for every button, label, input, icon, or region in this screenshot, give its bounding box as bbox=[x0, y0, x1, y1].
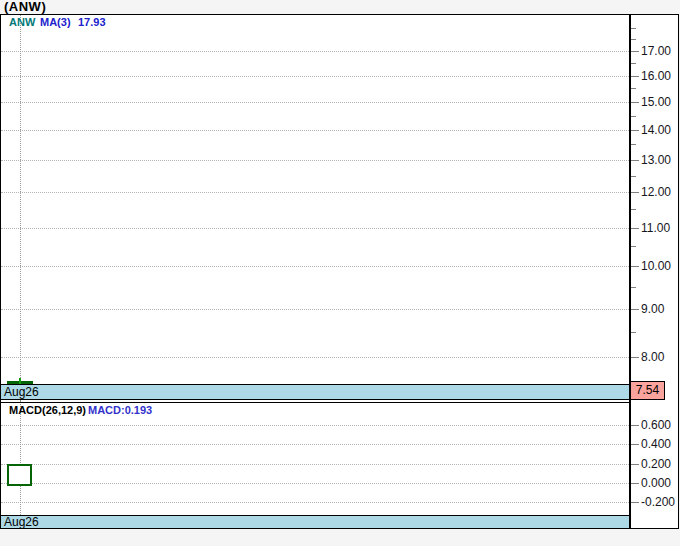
price-axis-minor-tick bbox=[631, 88, 636, 89]
price-axis-minor-tick bbox=[631, 63, 636, 64]
macd-axis-tick bbox=[631, 425, 639, 426]
date-band-macd-label: Aug26 bbox=[4, 515, 39, 529]
price-axis-minor-tick bbox=[631, 116, 636, 117]
price-axis-minor-tick bbox=[631, 246, 636, 247]
macd-axis-tick bbox=[631, 464, 639, 465]
price-axis-minor-tick bbox=[631, 39, 636, 40]
date-band-price-label: Aug26 bbox=[4, 385, 39, 399]
x-axis-tick-price bbox=[20, 400, 21, 402]
macd-gridline bbox=[1, 464, 629, 465]
last-price-badge: 7.54 bbox=[630, 381, 665, 400]
macd-date-gridline bbox=[20, 402, 21, 515]
stock-chart-page: (ANW) 17.0016.0015.0014.0013.0012.0011.0… bbox=[0, 0, 680, 546]
price-gridline bbox=[1, 309, 629, 310]
date-band-price: Aug26 bbox=[1, 384, 629, 400]
price-gridline bbox=[1, 192, 629, 193]
price-axis-tick bbox=[631, 309, 639, 310]
price-gridline bbox=[1, 357, 629, 358]
price-gridline bbox=[1, 266, 629, 267]
price-axis-tick bbox=[631, 51, 639, 52]
price-date-gridline bbox=[20, 15, 21, 384]
price-gridline bbox=[1, 51, 629, 52]
macd-panel-top-border bbox=[1, 402, 629, 403]
macd-axis-tick bbox=[631, 502, 639, 503]
price-axis-label: 13.00 bbox=[641, 153, 671, 167]
macd-axis-label: 0.200 bbox=[641, 457, 671, 471]
price-axis-minor-tick bbox=[631, 176, 636, 177]
price-axis-tick bbox=[631, 357, 639, 358]
price-gridline bbox=[1, 102, 629, 103]
price-axis-tick bbox=[631, 130, 639, 131]
macd-histogram-bar bbox=[7, 464, 32, 486]
price-axis-tick bbox=[631, 76, 639, 77]
price-axis-label: 15.00 bbox=[641, 95, 671, 109]
price-axis-minor-tick bbox=[631, 28, 636, 29]
macd-axis-tick bbox=[631, 444, 639, 445]
footer-strip: ©12Stocks.com bbox=[0, 529, 680, 546]
price-axis-label: 16.00 bbox=[641, 69, 671, 83]
price-axis-minor-tick bbox=[631, 144, 636, 145]
macd-axis-label: 0.400 bbox=[641, 437, 671, 451]
price-axis-label: 8.00 bbox=[641, 350, 664, 364]
price-gridline bbox=[1, 130, 629, 131]
ticker-symbol-label: ANW bbox=[9, 16, 35, 28]
price-axis-label: 14.00 bbox=[641, 123, 671, 137]
macd-gridline bbox=[1, 483, 629, 484]
macd-axis-label: 0.000 bbox=[641, 476, 671, 490]
price-axis-minor-tick bbox=[631, 332, 636, 333]
price-axis-tick bbox=[631, 266, 639, 267]
price-axis-tick bbox=[631, 160, 639, 161]
macd-gridline bbox=[1, 502, 629, 503]
price-axis-label: 9.00 bbox=[641, 302, 664, 316]
macd-value-label: MACD:0.193 bbox=[88, 404, 152, 416]
price-axis-tick bbox=[631, 228, 639, 229]
price-axis-label: 10.00 bbox=[641, 259, 671, 273]
price-gridline bbox=[1, 160, 629, 161]
price-gridline bbox=[1, 76, 629, 77]
macd-axis-tick bbox=[631, 483, 639, 484]
chart-layer: 17.0016.0015.0014.0013.0012.0011.0010.00… bbox=[0, 0, 680, 546]
ma-label: MA(3) bbox=[40, 16, 71, 28]
ma-value: 17.93 bbox=[78, 16, 106, 28]
price-axis-minor-tick bbox=[631, 209, 636, 210]
price-axis-tick bbox=[631, 192, 639, 193]
price-axis-minor-tick bbox=[631, 287, 636, 288]
macd-gridline bbox=[1, 444, 629, 445]
price-gridline bbox=[1, 228, 629, 229]
date-band-macd: Aug26 bbox=[1, 515, 629, 529]
macd-gridline bbox=[1, 425, 629, 426]
price-axis-label: 11.00 bbox=[641, 221, 670, 235]
price-axis-label: 12.00 bbox=[641, 185, 671, 199]
macd-axis-label: 0.600 bbox=[641, 418, 671, 432]
price-axis-label: 17.00 bbox=[641, 44, 671, 58]
price-axis-tick bbox=[631, 102, 639, 103]
y-axis-line bbox=[629, 14, 631, 529]
macd-axis-label: -0.200 bbox=[641, 495, 675, 509]
macd-params-label: MACD(26,12,9) bbox=[9, 404, 86, 416]
